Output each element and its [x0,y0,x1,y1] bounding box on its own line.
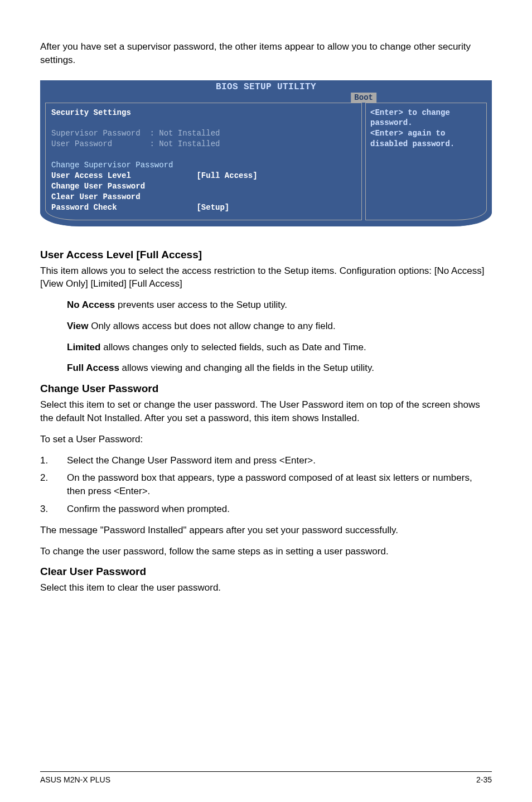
sec2-heading: Change User Password [40,383,492,395]
change-sup-pw: Change Supervisor Password [51,161,173,170]
sup-pw-value: Not Installed [159,129,220,138]
sec2-p1: Select this item to set or change the us… [40,398,492,425]
step-1: 1.Select the Change User Password item a… [40,454,492,467]
pwcheck-value: [Setup] [196,203,229,212]
pwcheck-label: Password Check [51,203,117,212]
sec1-b2-rest: Only allows access but does not allow ch… [88,321,335,331]
sec1-b3-rest: allows changes only to selected fields, … [100,342,366,352]
sec1-b3: Limited allows changes only to selected … [40,341,492,354]
footer-left: ASUS M2N-X PLUS [40,775,110,784]
bios-screenshot: BIOS SETUP UTILITY Boot Security Setting… [40,80,492,226]
step-2-text: On the password box that appears, type a… [67,471,492,498]
step-3: 3.Confirm the password when prompted. [40,503,492,516]
sup-pw-label: Supervisor Password : [51,129,154,138]
step-num-2: 2. [40,471,67,498]
bios-sec-heading: Security Settings [51,108,131,117]
step-1-text: Select the Change User Password item and… [67,454,316,467]
user-pw-label: User Password : [51,139,154,148]
intro-text: After you have set a supervisor password… [40,40,492,67]
sec2-p2: To set a User Password: [40,433,492,446]
sec3-heading: Clear User Password [40,566,492,578]
sec3-p1: Select this item to clear the user passw… [40,581,492,595]
bios-tab: Boot [351,93,376,103]
sec2-p4: To change the user password, follow the … [40,545,492,558]
sec1-b4-rest: allows viewing and changing all the fiel… [119,363,374,373]
sec1-b1: No Access prevents user access to the Se… [40,298,492,312]
ual-label: User Access Level [51,171,131,180]
sec1-b3-bold: Limited [67,342,100,352]
step-3-text: Confirm the password when prompted. [67,503,230,516]
step-num-1: 1. [40,454,67,467]
user-pw-value: Not Installed [159,139,220,148]
change-user-pw: Change User Password [51,182,145,191]
sec1-b2: View Only allows access but does not all… [40,320,492,333]
sec1-b4-bold: Full Access [67,363,119,373]
step-2: 2.On the password box that appears, type… [40,471,492,498]
ual-value: [Full Access] [196,171,257,180]
footer-right: 2-35 [476,775,492,784]
page-footer: ASUS M2N-X PLUS 2-35 [40,771,492,784]
sec1-b2-bold: View [67,321,88,331]
bios-left-pane: Security Settings Supervisor Password : … [45,103,362,220]
sec1-b1-rest: prevents user access to the Setup utilit… [115,299,287,310]
sec1-p1: This item allows you to select the acces… [40,264,492,291]
sec1-b4: Full Access allows viewing and changing … [40,361,492,375]
bios-title: BIOS SETUP UTILITY [41,81,491,92]
sec1-b1-bold: No Access [67,299,115,310]
bios-help-pane: <Enter> to change password. <Enter> agai… [365,103,487,220]
sec1-heading: User Access Level [Full Access] [40,249,492,261]
sec2-p3: The message "Password Installed" appears… [40,524,492,537]
steps-list: 1.Select the Change User Password item a… [40,454,492,516]
clear-user-pw: Clear User Password [51,192,141,201]
step-num-3: 3. [40,503,67,516]
